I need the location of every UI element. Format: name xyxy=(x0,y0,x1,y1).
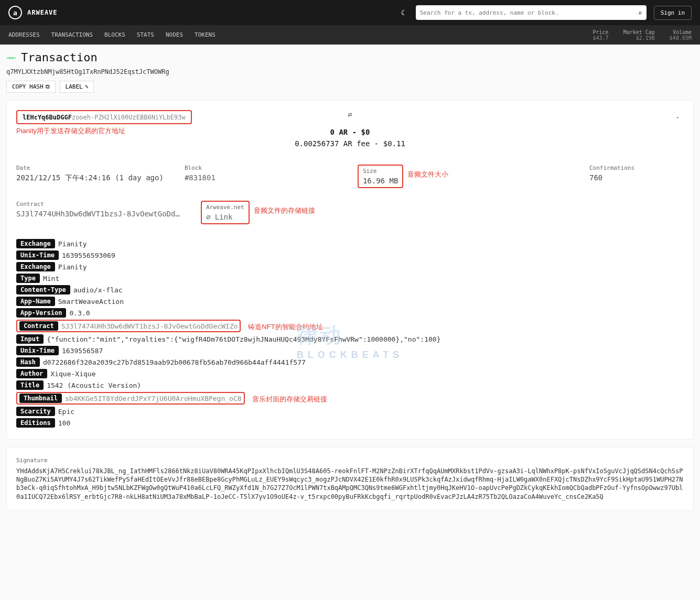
tag-value: Pianity xyxy=(58,263,87,271)
tag-value: 1639556587 xyxy=(62,347,103,355)
tag-key: App-Version xyxy=(16,308,66,318)
annotation: 铸造NFT的智能合约地址 xyxy=(248,322,322,332)
tag-value: 0.3.0 xyxy=(69,309,90,317)
nav-addresses[interactable]: ADDRESSES xyxy=(8,31,40,38)
size-label: Size xyxy=(363,168,398,174)
tag-value: d0722686f320a2039c27b7d8519aab92b00678fb… xyxy=(43,358,306,366)
tag-row: Unix-Time1639556587 xyxy=(16,346,684,355)
tag-value: 1639556593069 xyxy=(62,252,115,259)
tag-value: audio/x-flac xyxy=(73,286,123,294)
tags-list: ExchangePianityUnix-Time1639556593069Exc… xyxy=(16,239,684,428)
tag-row: App-NameSmartWeaveAction xyxy=(16,297,684,306)
from-addr-prefix: lEHcYq6BuDGGF xyxy=(23,114,72,121)
tag-row: Hashd0722686f320a2039c27b7d8519aab92b006… xyxy=(16,357,684,367)
confirmations-value: 760 xyxy=(589,173,684,182)
logo-text: ARWEAVE xyxy=(27,9,58,16)
tag-key: Thumbnail xyxy=(19,394,62,403)
stat-volume: Volume$48.65M xyxy=(670,29,692,41)
tag-key: Title xyxy=(16,380,44,390)
theme-toggle-icon[interactable]: ☾ xyxy=(396,8,411,17)
tag-value: {"function":"mint","royalties":{"wigfR4D… xyxy=(47,335,440,343)
nav-items: ADDRESSES TRANSACTIONS BLOCKS STATS NODE… xyxy=(8,31,216,38)
tag-value[interactable]: SJ3l7474UHh3Dw6dWVT1bzsJ-8JvOewtGoDdOecW… xyxy=(61,322,238,330)
tag-value[interactable]: sb4KKGe5IT8YdOerdJPxY7jU6U0AroHmuXBPegn_… xyxy=(65,395,242,402)
tag-row: Unix-Time1639556593069 xyxy=(16,250,684,260)
size-box: Size 16.96 MB xyxy=(358,165,403,188)
swap-icon: ⇄ xyxy=(295,110,405,118)
arweave-link-box[interactable]: Arweave.net ⌀ Link xyxy=(201,201,250,224)
label-button[interactable]: LABEL✎ xyxy=(60,81,94,93)
to-address: - xyxy=(675,113,680,121)
tag-row: App-Version0.3.0 xyxy=(16,308,684,318)
tag-key: Type xyxy=(16,274,40,283)
tag-key: Contract xyxy=(19,321,58,331)
search-box[interactable]: ⌕ xyxy=(416,5,647,20)
edit-icon: ✎ xyxy=(85,83,89,90)
tag-row: ContractSJ3l7474UHh3Dw6dWVT1bzsJ-8JvOewt… xyxy=(16,320,684,332)
tag-value: 100 xyxy=(58,419,70,427)
header: a ARWEAVE ☾ ⌕ Sign in xyxy=(0,0,700,25)
tag-key: Exchange xyxy=(16,239,55,248)
tag-row: Content-Typeaudio/x-flac xyxy=(16,285,684,294)
tag-key: Input xyxy=(16,334,44,344)
nav-nodes[interactable]: NODES xyxy=(166,31,183,38)
highlighted-tag: ContractSJ3l7474UHh3Dw6dWVT1bzsJ-8JvOewt… xyxy=(16,320,241,332)
annotation-size: 音频文件大小 xyxy=(407,170,448,179)
tag-row: Thumbnailsb4KKGe5IT8YdOerdJPxY7jU6U0AroH… xyxy=(16,392,684,405)
tag-value: Xique-Xique xyxy=(50,370,95,378)
signature-card: Signature YHdAddsKjA7H5Creklui78kJBL_ng_… xyxy=(6,447,694,511)
signature-label: Signature xyxy=(16,457,684,464)
contract-label: Contract xyxy=(16,201,180,208)
block-value[interactable]: #831801 xyxy=(185,173,279,182)
tag-key: Scarcity xyxy=(16,407,55,416)
annotation-arweave: 音频文件的存储链接 xyxy=(254,206,315,215)
header-stats: Price$43.7 Market Cap$2.19B Volume$48.65… xyxy=(593,29,692,41)
signature-value: YHdAddsKjA7H5Creklui78kJBL_ng_IathHMFls2… xyxy=(16,467,684,501)
logo[interactable]: a ARWEAVE xyxy=(8,6,58,19)
tag-value: SmartWeaveAction xyxy=(58,298,124,306)
date-label: Date xyxy=(16,165,164,171)
tag-key: Unix-Time xyxy=(16,250,59,260)
tag-row: Input{"function":"mint","royalties":{"wi… xyxy=(16,334,684,344)
tag-row: AuthorXique-Xique xyxy=(16,369,684,378)
nav-stats[interactable]: STATS xyxy=(137,31,154,38)
stat-price: Price$43.7 xyxy=(593,29,609,41)
arweave-label: Arweave.net xyxy=(206,204,244,211)
tag-row: Editions100 xyxy=(16,418,684,428)
tag-row: ExchangePianity xyxy=(16,239,684,248)
tag-value: 1542 (Acoustic Version) xyxy=(47,381,141,389)
nav-tokens[interactable]: TOKENS xyxy=(195,31,216,38)
search-icon[interactable]: ⌕ xyxy=(638,9,642,17)
tag-key: Exchange xyxy=(16,262,55,271)
tag-row: ScarcityEpic xyxy=(16,407,684,416)
from-addr-suffix: zooeh-PZH2lXi00UzEBB6NiYLbE93w xyxy=(72,114,186,121)
signin-button[interactable]: Sign in xyxy=(654,6,692,20)
nav-blocks[interactable]: BLOCKS xyxy=(104,31,125,38)
tx-card: 律动 BLOCKBEATS lEHcYq6BuDGGFzooeh-PZH2lXi… xyxy=(6,100,694,440)
tag-key: Unix-Time xyxy=(16,346,59,355)
block-label: Block xyxy=(185,165,279,171)
tx-hash: q7MYLXXtzbNMjw85HtOg1TxRnPNdJ52EqstJcTWO… xyxy=(6,68,694,75)
from-address-box[interactable]: lEHcYq6BuDGGFzooeh-PZH2lXi00UzEBB6NiYLbE… xyxy=(16,110,192,124)
date-value: 2021/12/15 下午4:24:16 (1 day ago) xyxy=(16,173,164,183)
size-value: 16.96 MB xyxy=(363,177,398,185)
highlighted-tag: Thumbnailsb4KKGe5IT8YdOerdJPxY7jU6U0AroH… xyxy=(16,392,245,405)
title-row: →← Transaction xyxy=(6,51,694,64)
copy-hash-button[interactable]: COPY HASH⧉ xyxy=(6,81,56,93)
contract-value[interactable]: SJ3l7474UHh3Dw6dWVT1bzsJ-8JvOewtGoDd… xyxy=(16,210,180,218)
tag-row: TypeMint xyxy=(16,274,684,283)
arweave-link[interactable]: ⌀ Link xyxy=(206,213,244,221)
logo-icon: a xyxy=(8,6,22,19)
tag-value: Epic xyxy=(58,408,74,416)
nav-transactions[interactable]: TRANSACTIONS xyxy=(51,31,93,38)
search-input[interactable] xyxy=(420,9,638,16)
confirmations-label: Confirmations xyxy=(589,165,684,171)
tag-key: Content-Type xyxy=(16,285,70,294)
annotation: 音乐封面的存储交易链接 xyxy=(252,395,327,404)
subheader: ADDRESSES TRANSACTIONS BLOCKS STATS NODE… xyxy=(0,25,700,45)
page: →← Transaction q7MYLXXtzbNMjw85HtOg1TxRn… xyxy=(0,45,700,525)
tag-key: App-Name xyxy=(16,297,55,306)
tag-row: Title1542 (Acoustic Version) xyxy=(16,380,684,390)
tag-key: Author xyxy=(16,369,47,378)
amount: 0 AR - $0 xyxy=(295,128,405,136)
